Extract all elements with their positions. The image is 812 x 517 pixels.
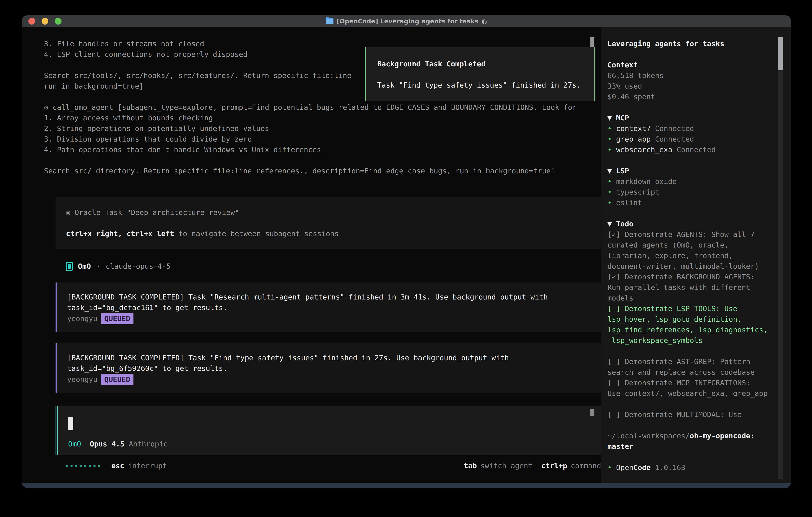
esc-label: interrupt bbox=[128, 460, 167, 471]
todo-heading[interactable]: ▼ Todo bbox=[607, 219, 791, 229]
agent-name: OmO bbox=[78, 261, 91, 272]
esc-key-hint[interactable]: esc bbox=[111, 460, 124, 471]
task-meta-row: yeongyuQUEUED bbox=[67, 374, 610, 385]
task-line: task_id="bg_6f59260c" to get results. bbox=[67, 363, 610, 374]
todo-item-line: librarian, explore, frontend, bbox=[607, 250, 791, 261]
task-line: task_id="bg_dcfac161" to get results. bbox=[67, 302, 610, 313]
todo-item-line: Use context7, websearch_exa, grep_app bbox=[607, 388, 791, 399]
prompt-input[interactable]: OmO Opus 4.5 Anthropic bbox=[56, 406, 616, 455]
status-dot-icon: • bbox=[607, 198, 612, 207]
todo-gap bbox=[607, 346, 791, 356]
lsp-item: • markdown-oxide bbox=[607, 176, 791, 187]
minimize-button[interactable] bbox=[41, 18, 48, 25]
status-dot-icon: • bbox=[607, 124, 612, 133]
tool-call-footer: Search src/ directory. Return specific f… bbox=[44, 166, 594, 176]
todo-item-line: lsp_find_references, lsp_diagnostics, bbox=[607, 324, 791, 335]
mcp-item: • grep_app Connected bbox=[607, 134, 791, 144]
chevron-down-icon[interactable]: ▼ bbox=[607, 220, 612, 228]
todo-item-line: [ ] Demonstrate MCP INTEGRATIONS: bbox=[607, 377, 791, 388]
fisheye-icon: ◉ bbox=[66, 208, 70, 217]
terminal-content: 3. File handles or streams not closed4. … bbox=[22, 27, 791, 483]
todo-item-line: [ ] Demonstrate MULTIMODAL: Use bbox=[607, 409, 791, 420]
ctrlp-label: commands bbox=[571, 460, 605, 471]
mcp-name: websearch_exa bbox=[616, 145, 672, 154]
traffic-lights bbox=[28, 16, 61, 27]
chat-area: 3. File handles or streams not closed4. … bbox=[22, 27, 594, 483]
oracle-hint-rest: to navigate between subagent sessions bbox=[174, 229, 339, 238]
todo-item-line: models bbox=[607, 293, 791, 303]
agent-icon bbox=[66, 262, 73, 271]
notification-toast[interactable]: Background Task Completed Task "Find typ… bbox=[365, 47, 596, 101]
lsp-name: eslint bbox=[616, 198, 642, 207]
chat-scrollbar-end[interactable] bbox=[590, 409, 594, 416]
activity-dot bbox=[80, 465, 82, 467]
lsp-name: typescript bbox=[616, 188, 659, 196]
lsp-name: markdown-oxide bbox=[616, 177, 676, 186]
todo-item-line: Run parallel tasks with different bbox=[607, 282, 791, 293]
sidebar-scrollbar-thumb[interactable] bbox=[778, 37, 783, 71]
todo-list: [✓] Demonstrate AGENTS: Show all 7curate… bbox=[607, 229, 791, 420]
window-title-group: [OpenCode] Leveraging agents for tasks ◐ bbox=[326, 18, 487, 25]
ctrlp-key-hint[interactable]: ctrl+p bbox=[541, 460, 567, 471]
task-line: [BACKGROUND TASK COMPLETED] Task "Find t… bbox=[67, 352, 610, 363]
input-provider: Anthropic bbox=[129, 439, 168, 449]
status-dot-icon: • bbox=[607, 135, 612, 143]
status-dot-icon: • bbox=[607, 145, 612, 154]
sidebar: Leveraging agents for tasks Context 66,5… bbox=[601, 27, 791, 483]
todo-item-line: [✓] Demonstrate BACKGROUND AGENTS: bbox=[607, 272, 791, 282]
chevron-down-icon[interactable]: ▼ bbox=[607, 167, 612, 175]
window-bottom-bar bbox=[22, 483, 791, 488]
git-branch: master bbox=[607, 441, 791, 452]
notification-title: Background Task Completed bbox=[377, 59, 594, 69]
chevron-down-icon[interactable]: ▼ bbox=[607, 114, 612, 122]
oracle-task-box[interactable]: ◉ Oracle Task "Deep architecture review"… bbox=[56, 197, 610, 249]
tab-key-hint[interactable]: tab bbox=[464, 460, 477, 471]
task-author: yeongyu bbox=[67, 315, 97, 323]
input-agent-name[interactable]: OmO bbox=[68, 439, 81, 449]
mcp-status: Connected bbox=[655, 135, 694, 143]
todo-gap bbox=[607, 399, 791, 409]
context-stat: 33% used bbox=[607, 81, 791, 91]
maximize-button[interactable] bbox=[55, 18, 61, 25]
status-dot-icon: • bbox=[607, 188, 612, 196]
mcp-name: context7 bbox=[616, 124, 650, 133]
context-stat: 66,518 tokens bbox=[607, 70, 791, 81]
mcp-heading[interactable]: ▼ MCP bbox=[607, 113, 791, 123]
tab-label: switch agent bbox=[480, 460, 532, 471]
notification-body: Task "Find type safety issues" finished … bbox=[377, 80, 594, 90]
lsp-item: • typescript bbox=[607, 187, 791, 197]
titlebar[interactable]: [OpenCode] Leveraging agents for tasks ◐ bbox=[22, 16, 791, 27]
task-meta-row: yeongyuQUEUED bbox=[67, 313, 610, 324]
close-button[interactable] bbox=[28, 18, 35, 25]
todo-item-line: curated agents (OmO, oracle, bbox=[607, 240, 791, 250]
task-message-list: [BACKGROUND TASK COMPLETED] Task "Resear… bbox=[44, 282, 594, 393]
todo-item-line: [✓] Demonstrate AGENTS: Show all 7 bbox=[607, 229, 791, 240]
context-stats: 66,518 tokens33% used$0.46 spent bbox=[607, 70, 791, 102]
todo-item-line: [ ] Demonstrate AST-GREP: Pattern bbox=[607, 356, 791, 367]
terminal-window: [OpenCode] Leveraging agents for tasks ◐… bbox=[22, 16, 791, 488]
activity-dot bbox=[89, 465, 91, 467]
workspace-path: ~/local-workspaces/oh-my-opencode: bbox=[607, 430, 791, 441]
status-dot-icon: • bbox=[607, 463, 612, 472]
tool-call-footer bbox=[44, 155, 594, 166]
tool-call-block: ⚙ call_omo_agent [subagent_type=explore,… bbox=[44, 102, 594, 176]
sidebar-scrollbar[interactable] bbox=[778, 37, 783, 479]
todo-item-line: document-writer, multimodal-looker) bbox=[607, 261, 791, 272]
background-task-message[interactable]: [BACKGROUND TASK COMPLETED] Task "Find t… bbox=[56, 343, 610, 393]
desktop: [OpenCode] Leveraging agents for tasks ◐… bbox=[0, 0, 812, 517]
gear-icon: ⚙ bbox=[44, 103, 48, 111]
context-stat: $0.46 spent bbox=[607, 91, 791, 102]
input-model[interactable]: Opus 4.5 bbox=[90, 439, 124, 449]
version-row: • OpenCode 1.0.163 bbox=[607, 462, 791, 473]
lsp-heading[interactable]: ▼ LSP bbox=[607, 166, 791, 176]
background-task-message[interactable]: [BACKGROUND TASK COMPLETED] Task "Resear… bbox=[56, 282, 610, 332]
task-author: yeongyu bbox=[67, 375, 97, 383]
todo-item-line: [ ] Demonstrate LSP TOOLS: Use bbox=[607, 303, 791, 314]
activity-dot bbox=[70, 465, 72, 467]
todo-item-line: lsp_workspace_symbols bbox=[607, 335, 791, 346]
tool-call-item: 1. Array access without bounds checking bbox=[44, 113, 594, 123]
task-line: [BACKGROUND TASK COMPLETED] Task "Resear… bbox=[67, 292, 610, 302]
tool-call-line: ⚙ call_omo_agent [subagent_type=explore,… bbox=[44, 102, 594, 113]
context-heading: Context bbox=[607, 60, 791, 70]
activity-dot bbox=[84, 465, 86, 467]
